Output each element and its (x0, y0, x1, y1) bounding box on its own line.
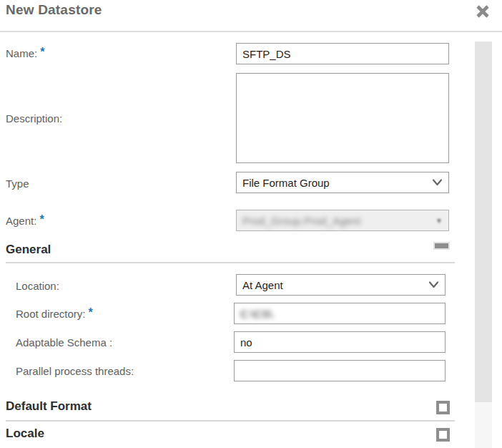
scrollbar-thumb[interactable] (475, 42, 492, 402)
close-button[interactable] (474, 3, 491, 20)
name-input[interactable] (236, 43, 449, 64)
required-asterisk: * (40, 46, 44, 58)
root-directory-value-redacted: C:\CS\. (240, 308, 275, 320)
section-locale-title: Locale (6, 427, 44, 441)
section-divider (6, 262, 455, 263)
chevron-down-icon (428, 281, 439, 288)
description-label: Description: (6, 112, 62, 125)
section-divider (6, 420, 455, 422)
chevron-down-icon: ▼ (435, 217, 443, 225)
parallel-process-threads-input[interactable] (234, 360, 446, 381)
expand-square-icon[interactable] (436, 428, 450, 442)
adaptable-schema-label: Adaptable Schema : (16, 336, 112, 349)
adaptable-schema-input[interactable] (234, 331, 446, 353)
root-directory-label: Root directory:* (16, 308, 93, 321)
location-select-value: At Agent (242, 279, 283, 291)
agent-select[interactable]: Prod_Group.Prod_Agent ▼ (236, 210, 449, 231)
name-label: Name:* (6, 47, 44, 60)
close-icon (475, 4, 491, 19)
parallel-process-threads-label: Parallel process threads: (16, 365, 134, 377)
location-label: Location: (16, 280, 59, 292)
root-directory-input[interactable]: C:\CS\. (234, 303, 446, 324)
type-label: Type (6, 177, 29, 190)
agent-label: Agent:* (6, 215, 44, 228)
required-asterisk: * (39, 213, 44, 225)
section-general-title: General (6, 243, 51, 257)
dialog-title: New Datastore (6, 2, 102, 18)
collapse-minus-icon[interactable] (435, 243, 448, 248)
header-divider (0, 31, 502, 32)
scrollbar-track[interactable] (475, 42, 492, 448)
required-asterisk: * (89, 306, 93, 318)
location-select[interactable]: At Agent (236, 274, 446, 296)
type-select-value: File Format Group (242, 177, 330, 189)
chevron-down-icon (432, 179, 443, 186)
type-select[interactable]: File Format Group (236, 172, 449, 193)
description-input[interactable] (236, 73, 449, 163)
agent-select-value-redacted: Prod_Group.Prod_Agent (242, 215, 360, 227)
section-default-format-title: Default Format (6, 399, 92, 414)
expand-square-icon[interactable] (436, 401, 450, 414)
